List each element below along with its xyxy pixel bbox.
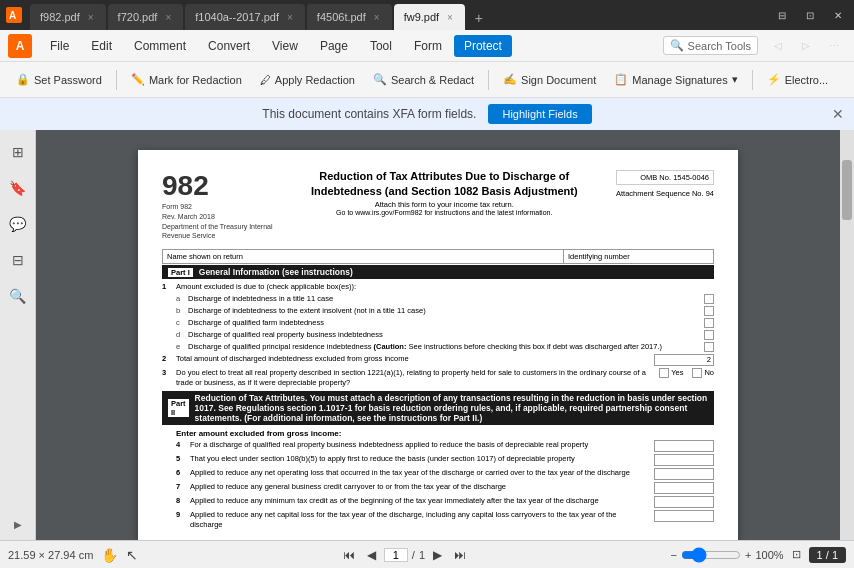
tab-fw9[interactable]: fw9.pdf × xyxy=(394,4,465,30)
yes-option[interactable]: Yes xyxy=(656,368,683,378)
electronic-button[interactable]: ⚡ Electro... xyxy=(759,69,836,90)
select-tool[interactable]: ↖ xyxy=(126,547,138,563)
menu-protect[interactable]: Protect xyxy=(454,35,512,57)
search-tools[interactable]: 🔍 Search Tools xyxy=(663,36,758,55)
field-row-1c: c Discharge of qualified farm indebtedne… xyxy=(176,318,714,328)
menu-comment[interactable]: Comment xyxy=(124,35,196,57)
notification-close-button[interactable]: ✕ xyxy=(832,106,844,122)
maximize-button[interactable]: ⊡ xyxy=(798,7,822,23)
tab-close-f982[interactable]: × xyxy=(86,11,96,24)
sign-icon: ✍ xyxy=(503,73,517,86)
document-viewer: 982 Form 982Rev. March 2018Department of… xyxy=(36,130,840,540)
forward-button[interactable]: ▷ xyxy=(794,38,818,54)
menu-tool[interactable]: Tool xyxy=(360,35,402,57)
main-area: ⊞ 🔖 💬 ⊟ 🔍 ▶ 982 Form 982Rev. March 2018D… xyxy=(0,130,854,540)
manage-signatures-button[interactable]: 📋 Manage Signatures ▾ xyxy=(606,69,745,90)
scrollbar-thumb[interactable] xyxy=(842,160,852,220)
menu-convert[interactable]: Convert xyxy=(198,35,260,57)
notification-text: This document contains XFA form fields. xyxy=(262,107,476,121)
menubar: A File Edit Comment Convert View Page To… xyxy=(0,30,854,62)
tab-f4506t[interactable]: f4506t.pdf × xyxy=(307,4,392,30)
field-5-box xyxy=(654,454,714,466)
highlight-fields-button[interactable]: Highlight Fields xyxy=(488,104,591,124)
field-row-8: 8 Applied to reduce any minimum tax cred… xyxy=(176,496,714,508)
sign-document-button[interactable]: ✍ Sign Document xyxy=(495,69,604,90)
field-row-3: 3 Do you elect to treat all real propert… xyxy=(162,368,714,388)
field-row-1: 1 Amount excluded is due to (check appli… xyxy=(162,282,714,292)
zoom-in-button[interactable]: + xyxy=(745,549,751,561)
new-tab-button[interactable]: + xyxy=(467,6,491,30)
checkbox-1d[interactable] xyxy=(704,330,714,340)
field-row-7: 7 Applied to reduce any general business… xyxy=(176,482,714,494)
checkbox-1b[interactable] xyxy=(704,306,714,316)
mark-redaction-button[interactable]: ✏️ Mark for Redaction xyxy=(123,69,250,90)
sidebar-collapse-arrow[interactable]: ▶ xyxy=(10,516,26,532)
last-page-button[interactable]: ⏭ xyxy=(450,546,470,564)
field-8-box xyxy=(654,496,714,508)
yes-no-row-3: Yes No xyxy=(656,368,714,378)
checkbox-1a[interactable] xyxy=(704,294,714,304)
field-row-1a: a Discharge of indebtedness in a title 1… xyxy=(176,294,714,304)
lock-icon: 🔒 xyxy=(16,73,30,86)
menu-file[interactable]: File xyxy=(40,35,79,57)
field-row-6: 6 Applied to reduce any net operating lo… xyxy=(176,468,714,480)
tab-label: f982.pdf xyxy=(40,11,80,23)
search-icon: 🔍 xyxy=(670,39,684,52)
no-option[interactable]: No xyxy=(689,368,714,378)
sidebar-comments-icon[interactable]: 💬 xyxy=(4,210,32,238)
sidebar-pages-icon[interactable]: ⊞ xyxy=(4,138,32,166)
menu-form[interactable]: Form xyxy=(404,35,452,57)
tab-f720[interactable]: f720.pdf × xyxy=(108,4,184,30)
tab-close-f1040a[interactable]: × xyxy=(285,11,295,24)
protect-toolbar: 🔒 Set Password ✏️ Mark for Redaction 🖊 A… xyxy=(0,62,854,98)
minimize-button[interactable]: ⊟ xyxy=(770,7,794,23)
sidebar-search-icon[interactable]: 🔍 xyxy=(4,282,32,310)
page-navigation: ⏮ ◀ / 1 ▶ ⏭ xyxy=(339,546,470,564)
first-page-button[interactable]: ⏮ xyxy=(339,546,359,564)
set-password-button[interactable]: 🔒 Set Password xyxy=(8,69,110,90)
menu-page[interactable]: Page xyxy=(310,35,358,57)
name-row: Name shown on return Identifying number xyxy=(162,249,714,264)
apply-redaction-button[interactable]: 🖊 Apply Redaction xyxy=(252,70,363,90)
cursor-tool[interactable]: ✋ xyxy=(101,547,118,563)
svg-text:A: A xyxy=(9,10,16,21)
tab-f1040a[interactable]: f1040a--2017.pdf × xyxy=(185,4,305,30)
form-subtitle: Form 982Rev. March 2018Department of the… xyxy=(162,202,273,241)
sidebar-layers-icon[interactable]: ⊟ xyxy=(4,246,32,274)
tab-close-f4506t[interactable]: × xyxy=(372,11,382,24)
field-row-1e: e Discharge of qualified principal resid… xyxy=(176,342,714,352)
checkbox-1e[interactable] xyxy=(704,342,714,352)
menu-edit[interactable]: Edit xyxy=(81,35,122,57)
elec-icon: ⚡ xyxy=(767,73,781,86)
menu-more[interactable]: ⋯ xyxy=(822,38,846,54)
next-page-button[interactable]: ▶ xyxy=(429,546,446,564)
vertical-scrollbar[interactable] xyxy=(840,130,854,540)
sidebar-bookmarks-icon[interactable]: 🔖 xyxy=(4,174,32,202)
search-redact-button[interactable]: 🔍 Search & Redact xyxy=(365,69,482,90)
tab-close-fw9[interactable]: × xyxy=(445,11,455,24)
mark-icon: ✏️ xyxy=(131,73,145,86)
field-9-box xyxy=(654,510,714,522)
tab-label: fw9.pdf xyxy=(404,11,439,23)
field-2-box: 2 xyxy=(654,354,714,366)
back-button[interactable]: ◁ xyxy=(766,38,790,54)
field-row-4: 4 For a discharge of qualified real prop… xyxy=(176,440,714,452)
tab-label: f1040a--2017.pdf xyxy=(195,11,279,23)
window-controls: ⊟ ⊡ ✕ xyxy=(770,7,850,23)
part1-title: General Information (see instructions) xyxy=(199,267,353,277)
tab-f982[interactable]: f982.pdf × xyxy=(30,4,106,30)
zoom-out-button[interactable]: − xyxy=(671,549,677,561)
zoom-slider[interactable] xyxy=(681,547,741,563)
close-button[interactable]: ✕ xyxy=(826,7,850,23)
form-header-right: OMB No. 1545-0046 Attachment Sequence No… xyxy=(616,170,714,241)
menu-view[interactable]: View xyxy=(262,35,308,57)
notification-bar: This document contains XFA form fields. … xyxy=(0,98,854,130)
page-input[interactable] xyxy=(384,548,408,562)
fit-page-button[interactable]: ⊡ xyxy=(792,548,801,561)
omb-number: OMB No. 1545-0046 xyxy=(616,170,714,185)
prev-page-button[interactable]: ◀ xyxy=(363,546,380,564)
id-label: Identifying number xyxy=(563,250,713,263)
tab-close-f720[interactable]: × xyxy=(163,11,173,24)
field-row-2: 2 Total amount of discharged indebtednes… xyxy=(162,354,714,366)
checkbox-1c[interactable] xyxy=(704,318,714,328)
